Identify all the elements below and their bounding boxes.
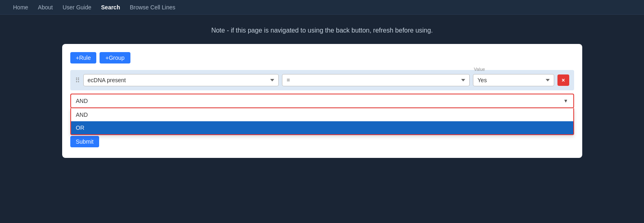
- logic-option-and[interactable]: AND: [71, 108, 573, 121]
- logic-option-or[interactable]: OR: [71, 121, 573, 134]
- operator-select[interactable]: =: [282, 74, 470, 86]
- nav-home[interactable]: Home: [8, 0, 33, 15]
- note-text: Note - if this page is navigated to usin…: [211, 27, 433, 34]
- submit-area: Submit: [70, 136, 574, 147]
- rule-row: ⠿ ecDNA present = Value Yes ×: [70, 70, 574, 90]
- search-card: +Rule +Group ⠿ ecDNA present = Value Yes…: [62, 44, 582, 158]
- delete-rule-button[interactable]: ×: [557, 74, 569, 86]
- toolbar: +Rule +Group: [70, 52, 574, 63]
- navbar: Home About User Guide Search Browse Cell…: [0, 0, 644, 15]
- value-label: Value: [474, 67, 485, 72]
- chevron-down-icon: ▼: [564, 98, 568, 104]
- nav-browse-cell-lines[interactable]: Browse Cell Lines: [125, 0, 180, 15]
- page-content: Note - if this page is navigated to usin…: [0, 15, 644, 170]
- logic-dropdown-selected[interactable]: AND ▼: [70, 94, 574, 108]
- logic-dropdown-container: AND ▼ AND OR: [70, 94, 574, 108]
- nav-search[interactable]: Search: [96, 0, 125, 15]
- add-group-button[interactable]: +Group: [100, 52, 130, 63]
- nav-user-guide[interactable]: User Guide: [58, 0, 96, 15]
- submit-button[interactable]: Submit: [70, 136, 100, 147]
- logic-dropdown-list: AND OR: [70, 108, 574, 135]
- nav-about[interactable]: About: [33, 0, 58, 15]
- logic-dropdown-value: AND: [76, 98, 88, 104]
- add-rule-button[interactable]: +Rule: [70, 52, 97, 63]
- field-select[interactable]: ecDNA present: [83, 74, 279, 86]
- drag-handle-icon: ⠿: [75, 77, 80, 84]
- value-select[interactable]: Yes: [473, 74, 554, 86]
- value-group: Value Yes: [473, 74, 554, 86]
